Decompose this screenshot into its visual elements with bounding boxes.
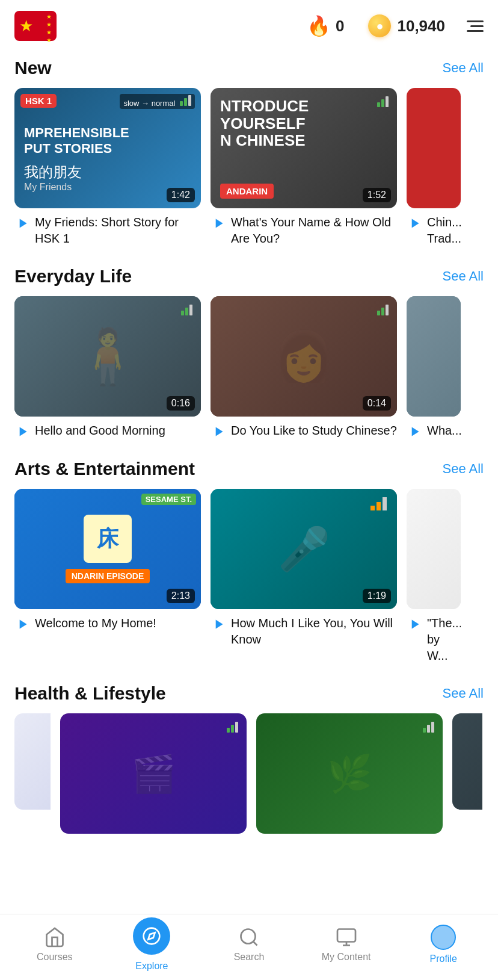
nav-item-profile[interactable]: Profile bbox=[395, 925, 492, 964]
thumb-chinese: 我的朋友 bbox=[24, 163, 191, 182]
card-duration: 2:13 bbox=[167, 589, 195, 603]
card-health-partial-left[interactable] bbox=[14, 713, 51, 840]
card-title: Wha... bbox=[427, 423, 461, 439]
coin-counter: ● 10,940 bbox=[368, 14, 445, 37]
card-title-row: Wha... bbox=[407, 423, 461, 439]
card-introduce[interactable]: NTRODUCEYOURSELFN CHINESE ANDARIN 1:52 W bbox=[211, 88, 397, 247]
section-arts: Arts & Entertainment See All 床 NDARIN EP… bbox=[0, 450, 498, 675]
card-duration: 1:52 bbox=[363, 188, 391, 202]
card-singing[interactable]: 🎤 1:19 bbox=[211, 489, 397, 664]
card-title: Hello and Good Morning bbox=[35, 423, 165, 439]
card-thumb-health2: 🌿 bbox=[256, 713, 443, 834]
health-cards-row: 🎬 🌿 bbox=[14, 713, 484, 851]
nav-item-search[interactable]: Search bbox=[200, 926, 298, 963]
svg-rect-2 bbox=[383, 497, 387, 510]
bed-char: 床 bbox=[84, 515, 132, 563]
section-new-see-all[interactable]: See All bbox=[443, 60, 484, 76]
card-hsk1[interactable]: HSK 1 MPREHENSIBLEPUT STORIES 我的朋友 My Fr… bbox=[14, 88, 201, 247]
section-arts-see-all[interactable]: See All bbox=[443, 461, 484, 477]
card-title: Do You Like to Study Chinese? bbox=[231, 423, 397, 439]
signal-bars bbox=[377, 96, 389, 107]
nav-label-profile: Profile bbox=[429, 954, 456, 964]
person-icon bbox=[434, 928, 453, 947]
play-icon bbox=[14, 616, 30, 632]
card-health1[interactable]: 🎬 bbox=[60, 713, 247, 840]
speed-badge: slow → normal bbox=[120, 94, 195, 109]
svg-marker-4 bbox=[149, 932, 155, 939]
card-hello[interactable]: 🧍 0:16 Hello and Good Morning bbox=[14, 296, 201, 439]
flame-icon: 🔥 bbox=[307, 14, 331, 37]
profile-avatar bbox=[431, 925, 456, 950]
play-icon bbox=[211, 424, 226, 439]
card-sesame[interactable]: 床 NDARIN EPISODE SESAME ST. 2:13 Welcome… bbox=[14, 489, 201, 664]
card-duration: 0:14 bbox=[363, 396, 391, 411]
card-thumb-vo: vo bbox=[407, 489, 461, 609]
thumb-text-introduce: NTRODUCEYOURSELFN CHINESE bbox=[220, 98, 387, 149]
card-what[interactable]: Wha... bbox=[407, 296, 461, 439]
nav-item-explore[interactable]: Explore bbox=[103, 917, 201, 972]
card-title: How Much I Like You, You Will Know bbox=[231, 615, 397, 648]
section-health-see-all[interactable]: See All bbox=[443, 686, 484, 701]
mandarin-badge: ANDARIN bbox=[220, 184, 274, 199]
play-icon bbox=[14, 216, 30, 231]
card-thumb-health1: 🎬 bbox=[60, 713, 247, 834]
signal-bars bbox=[180, 95, 191, 106]
person-icon: 👩 bbox=[274, 328, 334, 385]
flag-icon[interactable]: ★ ★ ★ ★ ★ bbox=[14, 11, 57, 41]
person-silhouette: 🧍 bbox=[74, 325, 141, 388]
house-icon bbox=[44, 926, 66, 948]
streak-count: 0 bbox=[336, 17, 344, 36]
card-duration: 1:42 bbox=[167, 188, 195, 202]
section-everyday-see-all[interactable]: See All bbox=[443, 268, 484, 284]
explore-button[interactable] bbox=[133, 917, 170, 955]
card-title: Welcome to My Home! bbox=[35, 615, 156, 631]
signal-bars-orange bbox=[370, 497, 389, 513]
card-title-row: Chin...Trad... bbox=[407, 214, 461, 247]
card-title: "The... by W... bbox=[427, 615, 461, 664]
signal-bars bbox=[181, 305, 192, 315]
section-new-header: New See All bbox=[14, 58, 484, 78]
play-icon bbox=[407, 616, 422, 632]
card-vo[interactable]: vo "The... by W... bbox=[407, 489, 461, 664]
card-chinese-red[interactable]: 中国新 Chin...Trad... bbox=[407, 88, 461, 247]
section-new-title: New bbox=[14, 58, 52, 78]
card-title-row: My Friends: Short Story for HSK 1 bbox=[14, 214, 201, 247]
nav-label-my-content: My Content bbox=[322, 952, 371, 963]
card-thumb-chinese-red: 中国新 bbox=[407, 88, 461, 208]
play-icon bbox=[407, 424, 422, 439]
signal-bars bbox=[377, 305, 389, 315]
card-thumb-hsk1: HSK 1 MPREHENSIBLEPUT STORIES 我的朋友 My Fr… bbox=[14, 88, 201, 208]
card-health2[interactable]: 🌿 bbox=[256, 713, 443, 840]
thumb-text: MPREHENSIBLEPUT STORIES bbox=[24, 125, 191, 157]
svg-rect-1 bbox=[377, 502, 381, 510]
svg-point-10 bbox=[440, 931, 447, 937]
level-badge: HSK 1 bbox=[20, 94, 57, 108]
card-thumb-study: 👩 0:14 bbox=[211, 296, 397, 417]
section-health-title: Health & Lifestyle bbox=[14, 683, 166, 704]
section-everyday-title: Everyday Life bbox=[14, 266, 132, 287]
card-title: What's Your Name & How Old Are You? bbox=[231, 214, 397, 247]
card-title-row: "The... by W... bbox=[407, 615, 461, 664]
card-health-partial-right[interactable] bbox=[452, 713, 482, 840]
card-title: My Friends: Short Story for HSK 1 bbox=[35, 214, 201, 247]
nav-item-courses[interactable]: Courses bbox=[6, 926, 103, 963]
nav-label-search: Search bbox=[234, 952, 265, 963]
card-title-row: Do You Like to Study Chinese? bbox=[211, 423, 397, 439]
settings-button[interactable] bbox=[467, 20, 484, 32]
search-icon bbox=[238, 926, 260, 948]
health-icon2: 🌿 bbox=[327, 752, 372, 795]
card-title-row: Hello and Good Morning bbox=[14, 423, 201, 439]
svg-line-6 bbox=[253, 941, 257, 945]
coin-icon: ● bbox=[368, 14, 391, 37]
card-title-row: Welcome to My Home! bbox=[14, 615, 201, 632]
nav-item-my-content[interactable]: My Content bbox=[298, 926, 395, 963]
settings-icon bbox=[467, 20, 484, 32]
card-study[interactable]: 👩 0:14 Do You Like to Study Chinese? bbox=[211, 296, 397, 439]
svg-rect-7 bbox=[337, 929, 355, 941]
card-title-row: What's Your Name & How Old Are You? bbox=[211, 214, 397, 247]
card-thumb-introduce: NTRODUCEYOURSELFN CHINESE ANDARIN 1:52 bbox=[211, 88, 397, 208]
section-arts-header: Arts & Entertainment See All bbox=[14, 459, 484, 479]
card-duration: 1:19 bbox=[363, 589, 391, 603]
card-title: Chin...Trad... bbox=[427, 214, 461, 247]
section-health: Health & Lifestyle See All 🎬 bbox=[0, 675, 498, 851]
